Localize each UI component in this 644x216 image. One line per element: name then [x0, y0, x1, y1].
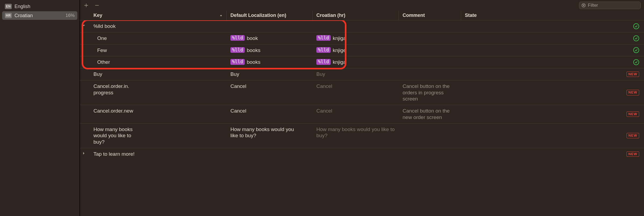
comment-cell — [399, 68, 461, 80]
target-cell[interactable]: Cancel — [313, 105, 399, 123]
table-row[interactable]: One %lld book %lld knjiga — [80, 32, 644, 44]
language-sidebar: EN English HR Croatian 16% — [0, 0, 80, 216]
table-row[interactable]: Buy Buy Buy NEW — [80, 68, 644, 80]
comment-cell: Cancel button on the new order screen — [399, 105, 461, 123]
sidebar-item-label: Croatian — [15, 13, 66, 18]
default-text: How many books would you like to buy? — [230, 126, 298, 139]
sidebar-item-croatian[interactable]: HR Croatian 16% — [2, 11, 77, 20]
chevron-down-icon[interactable] — [82, 24, 86, 27]
state-ok-icon — [633, 59, 639, 65]
state-ok-icon — [633, 23, 639, 29]
table-row[interactable]: How many books would you like to buy? Ho… — [80, 124, 644, 148]
table-row[interactable]: Cancel.order.new Cancel Cancel Cancel bu… — [80, 105, 644, 124]
main-pane: Key Default Localization (en) Croatian (… — [80, 0, 644, 216]
comment-text: Cancel button on the orders in progress … — [403, 83, 457, 102]
default-text: Buy — [230, 71, 239, 77]
table-row[interactable]: Cancel.order.in.progress Cancel Cancel C… — [80, 80, 644, 105]
key-text: One — [97, 35, 107, 42]
key-cell: Cancel.order.new — [90, 105, 227, 123]
key-text: Buy — [93, 71, 102, 77]
col-label: State — [465, 13, 477, 18]
plural-group: %lld book One — [80, 20, 644, 68]
table-row[interactable]: Tap to learn more! NEW — [80, 148, 644, 160]
format-token: %lld — [316, 59, 331, 65]
default-cell: Buy — [227, 68, 313, 80]
comment-cell — [399, 124, 461, 148]
filter-input[interactable] — [588, 3, 644, 8]
sidebar-item-label: English — [15, 4, 75, 9]
default-cell: %lld book — [227, 32, 313, 44]
toolbar — [80, 0, 644, 11]
col-state[interactable]: State — [461, 11, 644, 20]
default-cell: %lld books — [227, 44, 313, 56]
table-row[interactable]: %lld book — [80, 20, 644, 32]
table-body: %lld book One — [80, 20, 644, 216]
sort-asc-icon — [219, 14, 223, 17]
default-text: book — [247, 35, 258, 42]
target-cell[interactable]: How many books would you like to buy? — [313, 124, 399, 148]
format-token: %lld — [316, 35, 331, 41]
key-text: Cancel.order.in.progress — [93, 83, 132, 96]
target-text: Buy — [316, 71, 325, 77]
state-new-badge: NEW — [627, 90, 639, 95]
state-new-badge: NEW — [627, 133, 639, 138]
key-text: Few — [97, 47, 107, 54]
state-new-badge: NEW — [627, 72, 639, 77]
default-cell: Cancel — [227, 105, 313, 123]
col-comment[interactable]: Comment — [399, 11, 461, 20]
app-root: EN English HR Croatian 16% — [0, 0, 644, 216]
state-new-badge: NEW — [627, 111, 639, 117]
col-label: Default Localization (en) — [230, 13, 286, 18]
remove-button[interactable] — [94, 3, 100, 8]
default-cell: How many books would you like to buy? — [227, 124, 302, 148]
target-cell[interactable]: %lld knjiga — [313, 32, 399, 44]
target-text: knjiga — [333, 59, 346, 65]
state-new-badge: NEW — [627, 151, 639, 157]
target-cell[interactable]: %lld knjiga — [313, 56, 399, 68]
key-cell: %lld book — [90, 20, 227, 32]
key-cell: One — [90, 32, 227, 44]
format-token: %lld — [230, 35, 245, 41]
chevron-right-icon[interactable] — [82, 151, 86, 155]
target-cell[interactable]: Buy — [313, 68, 399, 80]
sidebar-item-english[interactable]: EN English — [2, 2, 77, 11]
format-token: %lld — [230, 59, 245, 65]
col-label: Comment — [403, 13, 425, 18]
lang-badge-en: EN — [5, 4, 12, 9]
target-text: Cancel — [316, 83, 332, 90]
comment-text: Cancel button on the new order screen — [403, 108, 457, 121]
col-label: Key — [93, 13, 102, 18]
table-row[interactable]: Other %lld books %lld knjiga — [80, 56, 644, 68]
sidebar-item-percent: 16% — [66, 13, 75, 18]
format-token: %lld — [316, 47, 331, 53]
target-text: How many books would you like to buy? — [316, 126, 395, 139]
key-cell: Other — [90, 56, 227, 68]
target-text: knjiga — [333, 35, 346, 42]
target-text: knjige — [333, 47, 346, 54]
key-text: Other — [97, 59, 110, 65]
key-text: Tap to learn more! — [93, 151, 135, 157]
key-text: Cancel.order.new — [93, 108, 133, 114]
format-token: %lld — [230, 47, 245, 53]
key-cell: Few — [90, 44, 227, 56]
state-ok-icon — [633, 35, 639, 41]
filter-icon — [581, 3, 586, 8]
col-label: Croatian (hr) — [316, 13, 345, 18]
target-text: Cancel — [316, 108, 332, 114]
lang-badge-hr: HR — [5, 13, 12, 18]
col-key[interactable]: Key — [90, 11, 227, 20]
col-default[interactable]: Default Localization (en) — [227, 11, 313, 20]
default-text: books — [247, 59, 261, 65]
target-cell[interactable]: %lld knjige — [313, 44, 399, 56]
add-button[interactable] — [83, 3, 89, 8]
default-text: books — [247, 47, 261, 54]
default-text: Cancel — [230, 83, 246, 90]
table-row[interactable]: Few %lld books %lld knjige — [80, 44, 644, 57]
col-target[interactable]: Croatian (hr) — [313, 11, 399, 20]
key-text: %lld book — [93, 23, 115, 29]
target-cell[interactable]: Cancel — [313, 80, 399, 105]
key-cell: Buy — [90, 68, 227, 80]
filter-field[interactable] — [579, 2, 641, 9]
default-text: Cancel — [230, 108, 246, 114]
key-cell: How many books would you like to buy? — [90, 124, 143, 148]
